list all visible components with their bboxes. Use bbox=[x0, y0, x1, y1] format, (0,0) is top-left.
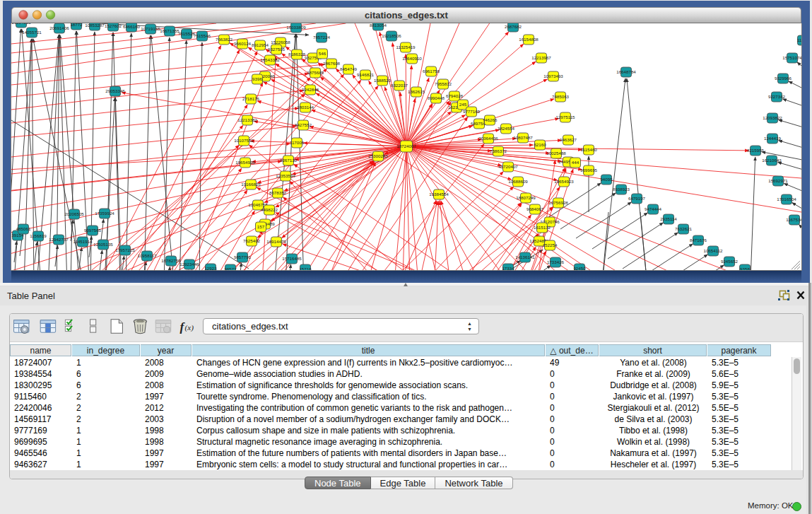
svg-text:9699695: 9699695 bbox=[580, 168, 598, 173]
svg-text:8938923: 8938923 bbox=[613, 187, 630, 192]
svg-text:8267130: 8267130 bbox=[280, 158, 298, 163]
svg-text:6961758: 6961758 bbox=[423, 69, 440, 74]
svg-text:2867608: 2867608 bbox=[323, 61, 341, 66]
svg-text:14136141: 14136141 bbox=[515, 255, 535, 259]
svg-text:6794028: 6794028 bbox=[446, 93, 464, 98]
svg-text:(x): (x) bbox=[185, 323, 194, 332]
svg-text:16210643: 16210643 bbox=[762, 158, 782, 163]
svg-text:10853287: 10853287 bbox=[85, 23, 105, 28]
svg-text:16782759: 16782759 bbox=[161, 258, 181, 263]
svg-text:11125: 11125 bbox=[797, 37, 801, 42]
svg-text:10025488: 10025488 bbox=[546, 151, 566, 156]
svg-text:8813054: 8813054 bbox=[370, 23, 387, 28]
svg-text:12353594: 12353594 bbox=[276, 173, 295, 178]
svg-text:1615132: 1615132 bbox=[534, 225, 551, 230]
svg-text:4498222: 4498222 bbox=[261, 207, 278, 212]
svg-text:7632621: 7632621 bbox=[675, 226, 693, 231]
svg-text:12923: 12923 bbox=[204, 266, 217, 270]
svg-text:10807487: 10807487 bbox=[513, 135, 533, 140]
svg-text:19384554: 19384554 bbox=[429, 192, 449, 197]
svg-text:157: 157 bbox=[257, 224, 265, 229]
svg-text:9227342: 9227342 bbox=[768, 94, 786, 99]
svg-text:9396: 9396 bbox=[252, 76, 262, 81]
svg-text:7955812: 7955812 bbox=[435, 81, 452, 86]
svg-text:7515526: 7515526 bbox=[178, 31, 196, 36]
svg-text:8427552: 8427552 bbox=[295, 122, 312, 127]
svg-text:7663822: 7663822 bbox=[216, 37, 233, 42]
svg-text:9146821: 9146821 bbox=[357, 72, 375, 77]
svg-text:19218506: 19218506 bbox=[382, 33, 401, 38]
svg-text:15692971: 15692971 bbox=[768, 178, 788, 183]
svg-text:17359924: 17359924 bbox=[95, 211, 114, 216]
svg-text:12975115: 12975115 bbox=[555, 115, 575, 119]
svg-text:12213382: 12213382 bbox=[237, 117, 257, 122]
svg-text:8912954: 8912954 bbox=[252, 42, 269, 47]
svg-text:1156819: 1156819 bbox=[30, 233, 47, 238]
svg-text:2718176: 2718176 bbox=[242, 96, 260, 101]
svg-text:8454749: 8454749 bbox=[340, 66, 358, 71]
svg-text:485061: 485061 bbox=[16, 226, 31, 231]
svg-text:25300283: 25300283 bbox=[368, 153, 388, 158]
svg-text:3875685: 3875685 bbox=[307, 70, 324, 75]
svg-text:16648784: 16648784 bbox=[616, 69, 636, 74]
svg-text:16033809: 16033809 bbox=[286, 25, 306, 30]
svg-text:3824554: 3824554 bbox=[498, 126, 515, 131]
svg-text:17016504: 17016504 bbox=[777, 197, 796, 201]
svg-text:12505135: 12505135 bbox=[93, 242, 113, 247]
svg-text:1733426: 1733426 bbox=[547, 259, 565, 264]
svg-text:20364436: 20364436 bbox=[478, 136, 498, 141]
svg-text:16154808: 16154808 bbox=[519, 37, 539, 42]
svg-text:252254: 252254 bbox=[543, 243, 558, 247]
svg-text:8186328: 8186328 bbox=[288, 52, 306, 57]
svg-text:1527602: 1527602 bbox=[105, 23, 122, 28]
svg-text:8322037: 8322037 bbox=[391, 83, 408, 88]
svg-text:29053346: 29053346 bbox=[105, 88, 125, 93]
svg-text:2803144: 2803144 bbox=[297, 105, 314, 110]
svg-text:10688609: 10688609 bbox=[508, 179, 528, 184]
svg-text:15716485: 15716485 bbox=[282, 256, 302, 261]
svg-text:16543382: 16543382 bbox=[260, 57, 280, 62]
svg-text:10654112: 10654112 bbox=[703, 248, 723, 253]
svg-text:245: 245 bbox=[459, 102, 467, 107]
svg-text:7625402: 7625402 bbox=[243, 238, 261, 243]
svg-text:8215955: 8215955 bbox=[747, 148, 765, 153]
svg-text:8678352: 8678352 bbox=[269, 190, 287, 195]
svg-text:9329966: 9329966 bbox=[775, 76, 792, 81]
svg-text:9474444: 9474444 bbox=[645, 206, 662, 211]
svg-text:19654935: 19654935 bbox=[235, 160, 255, 165]
svg-text:7386372: 7386372 bbox=[490, 148, 507, 153]
svg-text:98577: 98577 bbox=[224, 267, 237, 270]
svg-text:10719155: 10719155 bbox=[141, 26, 160, 31]
svg-text:444: 444 bbox=[572, 160, 579, 165]
svg-text:7857224: 7857224 bbox=[313, 35, 331, 40]
svg-text:9660124: 9660124 bbox=[234, 41, 252, 46]
svg-text:11325419: 11325419 bbox=[396, 45, 416, 49]
svg-text:6479197: 6479197 bbox=[628, 196, 646, 201]
svg-text:11451914: 11451914 bbox=[73, 239, 93, 244]
svg-text:62160: 62160 bbox=[534, 142, 546, 147]
svg-text:18772: 18772 bbox=[70, 23, 83, 27]
svg-text:19166825: 19166825 bbox=[241, 182, 261, 187]
svg-text:2687682: 2687682 bbox=[505, 24, 522, 29]
svg-text:746266: 746266 bbox=[483, 117, 498, 122]
svg-text:19654923: 19654923 bbox=[554, 179, 574, 184]
svg-text:15716: 15716 bbox=[299, 267, 312, 270]
svg-text:16104353: 16104353 bbox=[11, 23, 31, 25]
svg-text:12093822: 12093822 bbox=[763, 115, 782, 120]
svg-text:9327505: 9327505 bbox=[268, 47, 286, 52]
svg-text:9242848: 9242848 bbox=[302, 87, 319, 92]
svg-text:12942737: 12942737 bbox=[49, 237, 69, 242]
svg-text:9097565: 9097565 bbox=[84, 228, 102, 233]
svg-text:92450: 92450 bbox=[573, 266, 586, 270]
svg-text:7485063: 7485063 bbox=[552, 94, 570, 99]
svg-text:10107552: 10107552 bbox=[234, 138, 254, 143]
svg-text:15226058: 15226058 bbox=[271, 40, 290, 45]
svg-text:117006: 117006 bbox=[290, 140, 305, 145]
svg-text:45720407: 45720407 bbox=[498, 164, 518, 169]
svg-text:12213967: 12213967 bbox=[531, 55, 551, 60]
svg-text:20206505: 20206505 bbox=[64, 211, 84, 216]
svg-text:15751074: 15751074 bbox=[782, 55, 801, 60]
svg-text:9115460: 9115460 bbox=[580, 147, 597, 152]
svg-text:9358: 9358 bbox=[740, 267, 750, 270]
svg-text:94095: 94095 bbox=[600, 177, 613, 182]
